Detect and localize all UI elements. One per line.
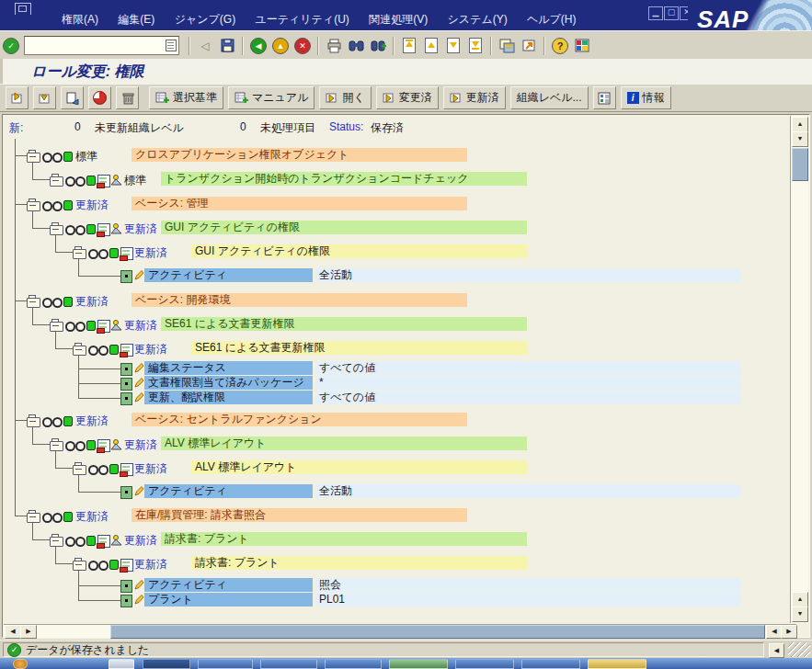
create-shortcut-icon[interactable]	[519, 36, 539, 56]
field-name[interactable]: アクティビティ	[144, 578, 313, 592]
edit-pencil-icon[interactable]	[133, 377, 144, 391]
edit-pencil-icon[interactable]	[133, 269, 144, 284]
scroll-right-icon[interactable]: ▶	[20, 625, 37, 639]
row-label[interactable]: ベーシス: セントラルファンクション	[132, 413, 467, 426]
edit-pencil-icon[interactable]	[133, 594, 144, 608]
field-value[interactable]: 全活動	[315, 484, 740, 498]
row-label[interactable]: ALV 標準レイアウト	[161, 437, 527, 450]
collapse-all-button[interactable]	[33, 86, 56, 109]
field-name[interactable]: 編集ステータス	[144, 361, 313, 375]
scroll-down-icon[interactable]: ▼	[792, 607, 808, 622]
resize-grip[interactable]	[788, 642, 810, 657]
menu-help[interactable]: ヘルプ(H)	[519, 12, 585, 28]
field-name[interactable]: 文書権限割当て済みパッケージ	[144, 376, 313, 390]
taskbar-button[interactable]	[143, 659, 190, 669]
field-value[interactable]: 全活動	[315, 268, 740, 282]
taskbar-button[interactable]	[198, 659, 253, 669]
session-icon[interactable]	[15, 3, 31, 15]
taskbar-button[interactable]	[389, 659, 448, 669]
horizontal-scrollbar[interactable]: ◀ ▶ ◀ ▶	[4, 624, 796, 639]
field-value[interactable]: すべての値	[315, 361, 740, 375]
field-value[interactable]: 照会	[315, 578, 740, 592]
edit-pencil-icon[interactable]	[133, 362, 144, 377]
folder-icon[interactable]	[50, 441, 63, 451]
vscroll-thumb[interactable]	[792, 148, 808, 181]
taskbar-button[interactable]	[521, 659, 580, 669]
exit-icon[interactable]: ▲	[270, 36, 291, 56]
folder-icon[interactable]	[50, 322, 63, 332]
folder-icon[interactable]	[50, 225, 63, 235]
find-icon[interactable]	[346, 36, 366, 56]
scroll-left-icon[interactable]: ◀	[5, 625, 21, 639]
menu-environment[interactable]: 関連処理(V)	[360, 12, 436, 28]
folder-icon[interactable]	[27, 201, 40, 211]
scroll-right-icon[interactable]: ▶	[781, 625, 797, 639]
scroll-up-icon[interactable]: ▲	[792, 117, 808, 132]
statusbar-collapse-icon[interactable]: ◀	[769, 643, 784, 658]
taskbar-button[interactable]	[455, 659, 514, 669]
previous-page-icon[interactable]	[421, 36, 441, 56]
edit-pencil-icon[interactable]	[133, 579, 144, 594]
edit-pencil-icon[interactable]	[133, 391, 144, 406]
field-name[interactable]: アクティビティ	[144, 484, 313, 498]
manual-button[interactable]: マニュアル	[228, 86, 315, 109]
menu-utilities[interactable]: ユーティリティ(U)	[246, 12, 357, 28]
folder-icon[interactable]	[73, 465, 86, 475]
enter-icon[interactable]: ✓	[1, 36, 21, 56]
folder-icon[interactable]	[27, 417, 40, 427]
back-step-icon[interactable]: ◁	[195, 36, 215, 56]
menu-authorization[interactable]: 権限(A)	[53, 12, 107, 28]
menu-goto[interactable]: ジャンプ(G)	[166, 12, 244, 28]
print-icon[interactable]	[324, 36, 344, 56]
field-value[interactable]: *	[315, 376, 740, 390]
copy-view-button[interactable]	[61, 86, 84, 109]
folder-icon[interactable]	[73, 346, 86, 356]
expand-all-button[interactable]	[6, 86, 29, 109]
cancel-icon[interactable]: ✕	[292, 36, 313, 56]
next-page-icon[interactable]	[443, 36, 463, 56]
find-next-icon[interactable]	[368, 36, 388, 56]
first-page-icon[interactable]	[399, 36, 419, 56]
maintained-button[interactable]: 更新済	[443, 86, 506, 109]
row-label[interactable]: ALV 標準レイアウト	[191, 460, 527, 474]
folder-icon[interactable]	[50, 176, 63, 187]
command-memory-icon[interactable]	[166, 40, 177, 51]
status-message-field[interactable]: ✓ データが保存されました	[3, 642, 764, 657]
folder-icon[interactable]	[27, 513, 40, 523]
new-session-icon[interactable]	[497, 36, 517, 56]
help-icon[interactable]: ?	[550, 36, 570, 56]
maximize-icon[interactable]: ▢	[664, 6, 679, 20]
command-input[interactable]	[24, 36, 179, 55]
save-icon[interactable]	[217, 36, 237, 56]
row-label[interactable]: SE61 による文書更新権限	[161, 317, 527, 331]
row-label[interactable]: ベーシス: 管理	[132, 197, 467, 210]
folder-icon[interactable]	[27, 153, 40, 163]
menu-edit[interactable]: 編集(E)	[109, 12, 163, 28]
taskbar-button[interactable]	[325, 659, 382, 669]
detail-view-button[interactable]	[593, 86, 616, 109]
row-label[interactable]: GUI アクティビティの権限	[191, 244, 527, 258]
row-label[interactable]: SE61 による文書更新権限	[191, 341, 527, 355]
menu-system[interactable]: システム(Y)	[440, 12, 516, 28]
row-label[interactable]: トランザクション開始時のトランザクションコードチェック	[161, 172, 527, 186]
taskbar-button[interactable]	[260, 659, 317, 669]
row-label[interactable]: クロスアプリケーション権限オブジェクト	[132, 148, 467, 162]
scroll-up-icon[interactable]: ▲	[792, 592, 808, 607]
customize-layout-icon[interactable]	[572, 36, 592, 56]
hscroll-thumb[interactable]	[110, 625, 765, 639]
row-label[interactable]: 在庫/購買管理: 請求書照合	[132, 508, 467, 522]
field-name[interactable]: アクティビティ	[144, 268, 313, 282]
field-name[interactable]: プラント	[144, 593, 313, 607]
org-levels-button[interactable]: 組織レベル...	[510, 86, 589, 109]
vertical-scrollbar[interactable]: ▲ ▼ ▲ ▼	[790, 116, 808, 623]
row-label[interactable]: 請求書: プラント	[161, 532, 527, 546]
field-value[interactable]: すべての値	[315, 391, 740, 404]
last-page-icon[interactable]	[465, 36, 486, 56]
delete-button[interactable]	[116, 86, 139, 109]
status-legend-icon[interactable]	[88, 86, 111, 109]
open-button[interactable]: 開く	[319, 86, 371, 109]
folder-icon[interactable]	[27, 298, 40, 308]
scroll-down-icon[interactable]: ▼	[792, 131, 808, 147]
minimize-icon[interactable]: ▁	[648, 6, 663, 20]
changed-button[interactable]: 変更済	[376, 86, 439, 109]
